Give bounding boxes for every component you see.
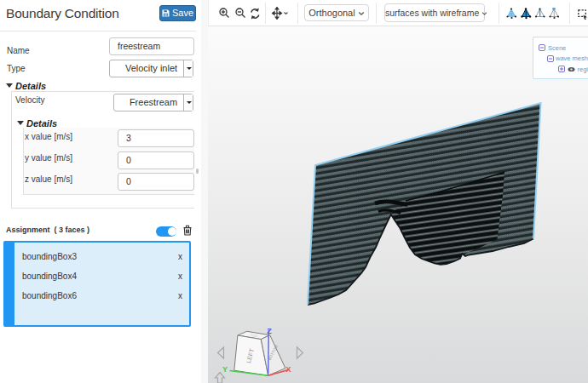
svg-text:Z: Z xyxy=(267,327,272,335)
svg-text:Y: Y xyxy=(222,365,228,374)
svg-text:X: X xyxy=(285,365,291,374)
